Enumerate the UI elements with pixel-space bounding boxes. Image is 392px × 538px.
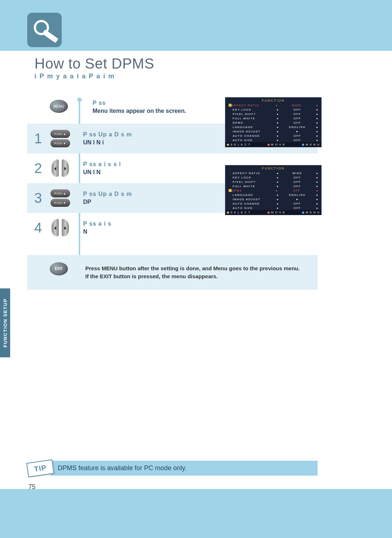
step-line2: N <box>83 228 111 236</box>
step-line1: P ss a i s s l <box>83 160 121 168</box>
osd-value: ● <box>279 198 315 201</box>
step-line1: P ss Up a D s m <box>83 190 132 198</box>
osd-value: OFF <box>279 180 315 184</box>
osd-row: AUTO SIZE◂OFF▸ <box>225 138 321 142</box>
osd-label: PIXEL SHIFT <box>233 180 275 184</box>
osd-value: OFF <box>279 117 315 120</box>
osd-label: IMAGE ADJUST <box>233 198 275 201</box>
osd-label: ASPECT RATIO <box>233 172 275 175</box>
osd-value: ENGLISH <box>279 126 315 129</box>
page-number: 75 <box>28 483 36 491</box>
osd-value: OFF <box>279 206 315 210</box>
osd-value: ● <box>279 130 315 133</box>
section-icon <box>27 13 62 47</box>
osd-label: PIXEL SHIFT <box>233 112 275 116</box>
osd-label: AUTO SIZE <box>233 206 275 210</box>
step-line1: P ss Up a D s m <box>83 131 132 139</box>
osd-row: ASPECT RATIO◂WIDE▸ <box>225 103 321 107</box>
osd-label: IMAGE ADJUST <box>233 130 275 133</box>
osd-preview-1: FUNCTION ASPECT RATIO◂WIDE▸KEY LOCK◂OFF▸… <box>225 97 322 147</box>
right-arrow-icon <box>62 219 69 237</box>
osd-label: DPMS <box>233 121 275 124</box>
tip-badge: TIP <box>26 459 54 477</box>
osd-value: ENGLISH <box>279 193 315 197</box>
step-number: 1 <box>32 131 45 147</box>
osd-value: OFF <box>279 185 315 188</box>
step-number: 4 <box>32 220 45 236</box>
osd-value: OFF <box>279 121 315 124</box>
left-arrow-icon <box>52 159 59 177</box>
channel-button-icon: P/CH ▲ <box>50 130 70 138</box>
tip-text: DPMS feature is available for PC mode on… <box>50 461 318 476</box>
osd-row: IMAGE ADJUST◂●▸ <box>225 197 321 201</box>
step-intro-line1: P ss <box>93 99 186 107</box>
osd-row: AUTO CHANGE◂OFF▸ <box>225 201 321 206</box>
osd-row: DPMS◂OFF▸ <box>225 120 321 125</box>
osd-label: ASPECT RATIO <box>232 104 274 107</box>
step-line2: UN I N i <box>83 139 132 147</box>
osd-value: OFF <box>279 139 315 142</box>
osd-row: ASPECT RATIO◂WIDE▸ <box>225 171 321 175</box>
osd-value: WIDE <box>278 104 315 107</box>
step-icon <box>45 219 76 237</box>
osd-row: LANGUAGE◂ENGLISH▸ <box>225 193 321 197</box>
footer-bar <box>0 489 392 538</box>
osd-row: FULL WHITE◂OFF▸ <box>225 116 321 120</box>
osd-row: KEY LOCK◂OFF▸ <box>225 107 321 112</box>
osd-row: PIXEL SHIFT◂OFF▸ <box>225 112 321 116</box>
side-tab: FUNCTION SETUP <box>0 288 10 357</box>
osd-footer: S E L E C T M O V E M E N U <box>225 210 321 215</box>
final-note: EXIT Press MENU button after the setting… <box>27 255 318 290</box>
page-subtitle: i P m y a a i a P a i m <box>34 73 115 80</box>
step-line2: DP <box>83 198 132 206</box>
osd-value: OFF <box>279 176 315 179</box>
channel-button-icon: P/CH ▼ <box>50 199 70 207</box>
osd-footer: S E L E C T M O V E M E N U <box>225 142 321 147</box>
osd-label: KEY LOCK <box>233 176 275 179</box>
osd-label: FULL WHITE <box>233 117 275 120</box>
step-icon: P/CH ▲P/CH ▼ <box>45 189 76 207</box>
osd-label: LANGUAGE <box>233 126 275 129</box>
osd-value: OFF <box>279 202 315 205</box>
menu-button-icon: MENU <box>50 100 68 113</box>
osd-row: DPMS◂OFF▸ <box>225 188 321 193</box>
step-icon <box>45 160 76 177</box>
osd-label: DPMS <box>232 189 274 192</box>
header-bar <box>0 0 392 51</box>
step-intro-line2: Menu items appear on the screen. <box>93 107 186 115</box>
osd-preview-2: FUNCTION ASPECT RATIO◂WIDE▸KEY LOCK◂OFF▸… <box>225 165 322 215</box>
step-line1: P ss a i s <box>83 220 111 228</box>
osd-value: OFF <box>279 134 315 137</box>
step-number: 3 <box>32 190 45 206</box>
step-number: 2 <box>32 161 45 176</box>
osd-label: LANGUAGE <box>233 193 275 197</box>
osd-row: IMAGE ADJUST◂●▸ <box>225 129 321 134</box>
page-title: How to Set DPMS <box>34 56 154 72</box>
final-line1: Press MENU button after the setting is d… <box>85 264 310 272</box>
osd-row: LANGUAGE◂ENGLISH▸ <box>225 125 321 129</box>
osd-value: WIDE <box>279 172 315 175</box>
step-icon: P/CH ▲P/CH ▼ <box>45 130 76 147</box>
exit-button-icon: EXIT <box>50 262 68 275</box>
right-arrow-icon <box>62 159 69 177</box>
osd-row: KEY LOCK◂OFF▸ <box>225 175 321 180</box>
osd-label: AUTO SIZE <box>233 139 275 142</box>
osd-label: FULL WHITE <box>233 185 275 188</box>
channel-button-icon: P/CH ▼ <box>50 139 70 147</box>
left-arrow-icon <box>52 219 59 237</box>
final-line2: If the EXIT button is pressed, the menu … <box>85 272 310 280</box>
osd-row: AUTO SIZE◂OFF▸ <box>225 206 321 210</box>
osd-label: KEY LOCK <box>233 108 275 111</box>
step-line2: UN I N <box>83 168 121 176</box>
channel-button-icon: P/CH ▲ <box>50 189 70 197</box>
tip: TIP DPMS feature is available for PC mod… <box>27 461 318 476</box>
step-4: 4P ss a i s N <box>27 213 318 243</box>
osd-value: OFF <box>278 189 315 192</box>
osd-value: OFF <box>279 112 315 116</box>
osd-row: FULL WHITE◂OFF▸ <box>225 184 321 188</box>
osd-value: OFF <box>279 108 315 111</box>
osd-label: AUTO CHANGE <box>233 134 275 137</box>
osd-label: AUTO CHANGE <box>233 202 275 205</box>
osd-row: AUTO CHANGE◂OFF▸ <box>225 134 321 138</box>
osd-row: PIXEL SHIFT◂OFF▸ <box>225 180 321 184</box>
